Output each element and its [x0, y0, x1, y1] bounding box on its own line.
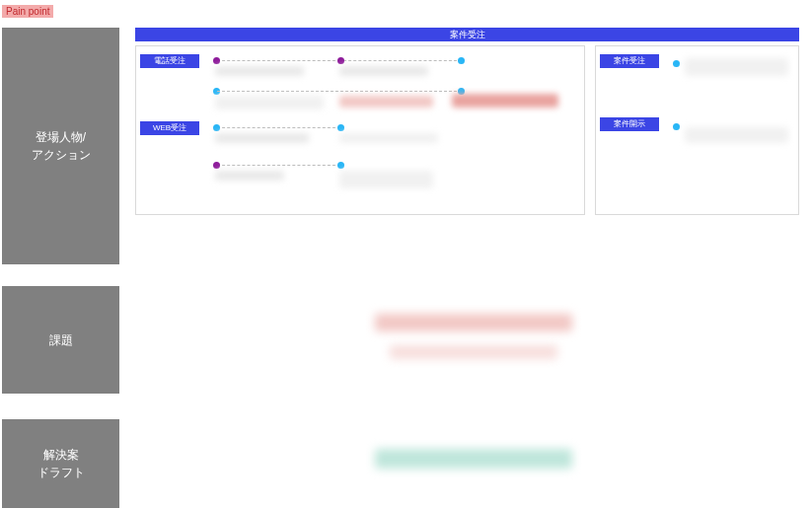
sidebar-actors: 登場人物/ アクション — [2, 28, 119, 264]
sidebar-issues: 課題 — [2, 286, 119, 394]
issues-content — [296, 296, 651, 375]
sidebar-actors-label: 登場人物/ アクション — [32, 128, 91, 164]
node-dot — [673, 60, 680, 67]
painpoint-tag: Pain point — [2, 5, 53, 18]
redacted-label — [215, 96, 324, 109]
connector-line — [217, 165, 335, 166]
row-label-web: WEB受注 — [140, 121, 199, 135]
redacted-label — [215, 171, 284, 181]
redacted-issue — [390, 345, 557, 359]
node-dot — [673, 123, 680, 130]
sidebar-draft: 解決案 ドラフト — [2, 419, 119, 508]
node-dot — [213, 57, 220, 64]
row-label-disclose: 案件開示 — [600, 117, 659, 131]
redacted-label — [215, 66, 304, 76]
redacted-label — [215, 133, 309, 143]
node-dot — [337, 162, 344, 169]
row-label-receive: 案件受注 — [600, 54, 659, 68]
connector-line — [217, 91, 457, 92]
redacted-label — [339, 66, 428, 76]
panel-flow-right: 案件受注 案件開示 — [595, 45, 799, 215]
row-label-phone: 電話受注 — [140, 54, 199, 68]
redacted-solution — [375, 449, 572, 469]
redacted-label — [339, 171, 433, 188]
connector-line — [217, 60, 335, 61]
node-dot — [337, 124, 344, 131]
sidebar-issues-label: 課題 — [49, 331, 73, 349]
redacted-label — [685, 127, 788, 143]
node-dot — [337, 57, 344, 64]
redacted-painpoint — [452, 94, 558, 108]
connector-line — [217, 127, 335, 128]
redacted-issue — [375, 314, 572, 331]
redacted-label — [685, 58, 788, 76]
connector-line — [343, 60, 457, 61]
node-dot — [213, 124, 220, 131]
panel-flow-left: 電話受注 WEB受注 — [135, 45, 585, 215]
redacted-painpoint — [339, 96, 433, 108]
node-dot — [458, 57, 465, 64]
redacted-label — [339, 133, 438, 143]
sidebar-draft-label: 解決案 ドラフト — [37, 446, 85, 481]
node-dot — [213, 162, 220, 169]
draft-content — [296, 439, 651, 488]
section-header: 案件受注 — [135, 28, 799, 41]
